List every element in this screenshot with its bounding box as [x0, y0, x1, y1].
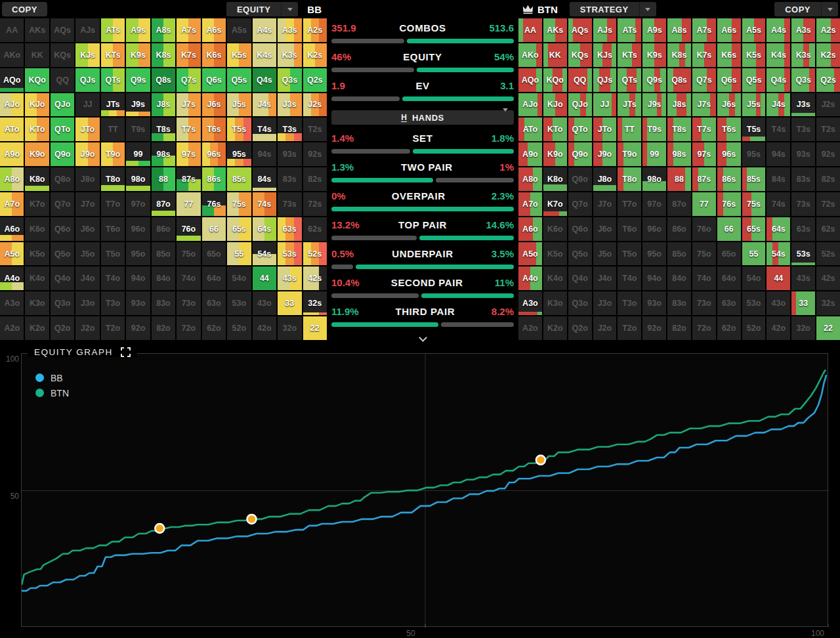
bb-cell-QJs[interactable]: QJs [75, 68, 99, 92]
btn-cell-J9s[interactable]: J9s [642, 93, 666, 117]
bb-cell-Q8s[interactable]: Q8s [152, 68, 175, 92]
btn-cell-Q3o[interactable]: Q3o [568, 291, 592, 315]
bb-cell-62s[interactable]: 62s [303, 217, 327, 241]
btn-cell-55[interactable]: 55 [742, 242, 766, 266]
bb-cell-85o[interactable]: 85o [152, 242, 175, 266]
btn-cell-33[interactable]: 33 [791, 291, 815, 315]
btn-cell-86o[interactable]: 86o [667, 217, 691, 241]
bb-cell-77[interactable]: 77 [177, 192, 200, 216]
btn-cell-QQ[interactable]: QQ [568, 68, 592, 92]
btn-cell-Q5s[interactable]: Q5s [742, 68, 766, 92]
bb-cell-J3o[interactable]: J3o [75, 291, 99, 315]
bb-cell-93o[interactable]: 93o [126, 291, 150, 315]
bb-cell-95o[interactable]: 95o [126, 242, 150, 266]
btn-cell-J6o[interactable]: J6o [593, 217, 617, 241]
bb-cell-A5o[interactable]: A5o [0, 242, 24, 266]
bb-cell-K4s[interactable]: K4s [253, 43, 276, 67]
btn-cell-52s[interactable]: 52s [816, 242, 840, 266]
btn-cell-T9o[interactable]: T9o [618, 142, 641, 166]
btn-cell-J5o[interactable]: J5o [593, 242, 617, 266]
btn-cell-A5o[interactable]: A5o [518, 242, 542, 266]
btn-cell-T6s[interactable]: T6s [717, 117, 741, 141]
bb-cell-A8s[interactable]: A8s [152, 18, 175, 42]
bb-cell-Q5s[interactable]: Q5s [227, 68, 251, 92]
btn-cell-K7o[interactable]: K7o [543, 192, 567, 216]
btn-cell-Q6o[interactable]: Q6o [568, 217, 592, 241]
bb-cell-JTs[interactable]: JTs [101, 93, 125, 117]
btn-cell-43o[interactable]: 43o [766, 291, 790, 315]
btn-cell-74o[interactable]: 74o [692, 266, 716, 290]
bb-cell-J5s[interactable]: J5s [227, 93, 251, 117]
btn-cell-Q9s[interactable]: Q9s [642, 68, 666, 92]
btn-cell-A9s[interactable]: A9s [642, 18, 666, 42]
bb-cell-AKs[interactable]: AKs [25, 18, 49, 42]
btn-cell-84o[interactable]: 84o [667, 266, 691, 290]
btn-cell-Q5o[interactable]: Q5o [568, 242, 592, 266]
btn-cell-Q2o[interactable]: Q2o [568, 316, 592, 340]
btn-cell-KTo[interactable]: KTo [543, 117, 567, 141]
bb-cell-Q3s[interactable]: Q3s [278, 68, 301, 92]
bb-cell-97o[interactable]: 97o [126, 192, 150, 216]
bb-cell-82o[interactable]: 82o [152, 316, 175, 340]
btn-cell-AJs[interactable]: AJs [593, 18, 617, 42]
bb-cell-QQ[interactable]: QQ [51, 68, 74, 92]
btn-cell-A2o[interactable]: A2o [518, 316, 542, 340]
btn-cell-A4s[interactable]: A4s [766, 18, 790, 42]
bb-cell-K6s[interactable]: K6s [202, 43, 226, 67]
board-card-marker[interactable] [247, 515, 257, 524]
bb-cell-T3o[interactable]: T3o [101, 291, 125, 315]
btn-cell-85s[interactable]: 85s [742, 167, 766, 191]
bb-cell-KJs[interactable]: KJs [75, 43, 99, 67]
btn-cell-88[interactable]: 88 [667, 167, 691, 191]
btn-cell-53o[interactable]: 53o [742, 291, 766, 315]
bb-cell-J8s[interactable]: J8s [152, 93, 175, 117]
bb-cell-J9s[interactable]: J9s [126, 93, 150, 117]
bb-cell-K7o[interactable]: K7o [25, 192, 49, 216]
bb-cell-A7o[interactable]: A7o [0, 192, 24, 216]
btn-cell-95o[interactable]: 95o [642, 242, 666, 266]
btn-cell-62o[interactable]: 62o [717, 316, 741, 340]
copy-range-button-btn[interactable]: COPY [774, 2, 838, 16]
bb-cell-T9o[interactable]: T9o [101, 142, 125, 166]
btn-cell-A6o[interactable]: A6o [518, 217, 542, 241]
bb-cell-AQo[interactable]: AQo [0, 68, 24, 92]
btn-cell-87s[interactable]: 87s [692, 167, 716, 191]
btn-cell-A7o[interactable]: A7o [518, 192, 542, 216]
btn-cell-A2s[interactable]: A2s [816, 18, 840, 42]
bb-cell-84o[interactable]: 84o [152, 266, 175, 290]
bb-cell-A3o[interactable]: A3o [0, 291, 24, 315]
bb-cell-T5s[interactable]: T5s [227, 117, 251, 141]
btn-cell-T4o[interactable]: T4o [618, 266, 641, 290]
bb-cell-73o[interactable]: 73o [177, 291, 200, 315]
bb-cell-83s[interactable]: 83s [278, 167, 301, 191]
bb-cell-93s[interactable]: 93s [278, 142, 301, 166]
bb-cell-K9o[interactable]: K9o [25, 142, 49, 166]
btn-cell-K3o[interactable]: K3o [543, 291, 567, 315]
btn-cell-J4s[interactable]: J4s [766, 93, 790, 117]
bb-cell-T2s[interactable]: T2s [303, 117, 327, 141]
bb-cell-Q4o[interactable]: Q4o [51, 266, 74, 290]
bb-cell-76o[interactable]: 76o [177, 217, 200, 241]
btn-cell-AA[interactable]: AA [518, 18, 542, 42]
bb-cell-98s[interactable]: 98s [152, 142, 175, 166]
btn-cell-AQo[interactable]: AQo [518, 68, 542, 92]
bb-cell-Q3o[interactable]: Q3o [51, 291, 74, 315]
bb-cell-54o[interactable]: 54o [227, 266, 251, 290]
btn-cell-T4s[interactable]: T4s [766, 117, 790, 141]
btn-cell-62s[interactable]: 62s [816, 217, 840, 241]
btn-cell-72s[interactable]: 72s [816, 192, 840, 216]
btn-cell-K7s[interactable]: K7s [692, 43, 716, 67]
bb-cell-KQo[interactable]: KQo [25, 68, 49, 92]
btn-cell-K5o[interactable]: K5o [543, 242, 567, 266]
btn-cell-75s[interactable]: 75s [742, 192, 766, 216]
btn-cell-87o[interactable]: 87o [667, 192, 691, 216]
bb-cell-96s[interactable]: 96s [202, 142, 226, 166]
btn-cell-K4o[interactable]: K4o [543, 266, 567, 290]
bb-cell-73s[interactable]: 73s [278, 192, 301, 216]
btn-cell-44[interactable]: 44 [766, 266, 790, 290]
btn-cell-K9o[interactable]: K9o [543, 142, 567, 166]
btn-cell-J2o[interactable]: J2o [593, 316, 617, 340]
bb-cell-74s[interactable]: 74s [253, 192, 276, 216]
bb-cell-T9s[interactable]: T9s [126, 117, 150, 141]
btn-cell-97s[interactable]: 97s [692, 142, 716, 166]
